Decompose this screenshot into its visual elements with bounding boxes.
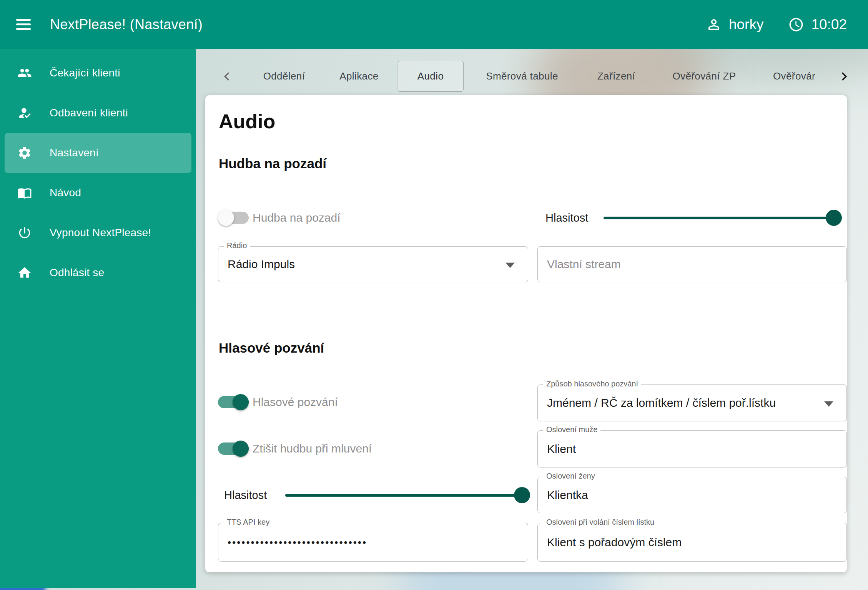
sidebar-item-label: Návod	[50, 187, 81, 199]
voice-method-label: Způsob hlasového pozvání	[543, 380, 641, 388]
hamburger-icon	[16, 19, 31, 30]
tab-overovar[interactable]: Ověřovár	[773, 61, 815, 92]
clock-icon	[788, 17, 804, 33]
sidebar-item-label: Odhlásit se	[50, 267, 104, 279]
page-title: Audio	[219, 110, 275, 133]
custom-stream-placeholder: Vlastní stream	[547, 258, 621, 271]
voice-method-select[interactable]: Způsob hlasového pozvání Jménem / RČ za …	[537, 384, 847, 421]
mute-music-toggle[interactable]	[218, 440, 249, 457]
male-salutation-input[interactable]: Oslovení muže Klient	[537, 430, 847, 467]
chevron-left-icon	[218, 68, 235, 85]
background-music-toggle-label: Hudba na pozadí	[253, 209, 341, 226]
sidebar-item-label: Čekající klienti	[50, 67, 120, 79]
tab-zarizeni[interactable]: Zařízení	[597, 61, 635, 92]
female-salutation-label: Oslovení ženy	[543, 472, 598, 481]
voice-method-value: Jménem / RČ za lomítkem / číslem poř.lís…	[547, 396, 776, 409]
tab-overovani-zp[interactable]: Ověřování ZP	[672, 61, 736, 92]
female-salutation-input[interactable]: Oslovení ženy Klientka	[537, 477, 847, 513]
voice-invite-toggle-label: Hlasové pozvání	[253, 394, 338, 411]
sidebar-item-navod[interactable]: Návod	[5, 173, 191, 213]
people-icon	[17, 66, 32, 80]
book-icon	[17, 186, 32, 200]
radio-select[interactable]: Rádio Rádio Impuls	[218, 246, 528, 282]
radio-select-label: Rádio	[224, 241, 250, 250]
toggle-thumb	[233, 394, 249, 410]
clock: 10:02	[788, 17, 847, 33]
gear-icon	[17, 146, 32, 160]
sidebar-item-odbaveni-klienti[interactable]: Odbavení klienti	[5, 93, 191, 133]
ticket-number-salutation-value: Klient s pořadovým číslem	[547, 536, 682, 549]
chevron-right-icon	[836, 68, 853, 85]
settings-card: Audio Hudba na pozadí Hudba na pozadí Hl…	[205, 95, 847, 572]
toggle-thumb	[218, 210, 234, 226]
voice-volume-slider[interactable]	[285, 487, 529, 504]
sidebar-item-cekajici-klienti[interactable]: Čekající klienti	[5, 53, 191, 93]
app-window: NextPlease! (Nastavení) horky 10:02 Čeka…	[0, 0, 868, 590]
tab-oddeleni[interactable]: Oddělení	[263, 61, 305, 92]
voice-section-title: Hlasové pozvání	[219, 340, 324, 356]
female-salutation-value: Klientka	[547, 489, 588, 502]
main-content: Oddělení Aplikace Audio Směrová tabule Z…	[196, 49, 868, 590]
power-icon	[17, 225, 32, 240]
tab-bar: Oddělení Aplikace Audio Směrová tabule Z…	[211, 61, 858, 92]
music-section-title: Hudba na pozadí	[219, 156, 326, 171]
ticket-number-salutation-input[interactable]: Oslovení při volání číslem lístku Klient…	[537, 523, 847, 562]
sidebar: Čekající klienti Odbavení klienti Nastav…	[0, 49, 196, 588]
app-header: NextPlease! (Nastavení) horky 10:02	[0, 0, 868, 49]
person-icon	[706, 17, 722, 33]
sidebar-item-vypnout[interactable]: Vypnout NextPlease!	[5, 213, 191, 253]
male-salutation-label: Oslovení muže	[543, 425, 600, 434]
radio-select-value: Rádio Impuls	[228, 258, 295, 271]
sidebar-item-label: Odbavení klienti	[50, 107, 128, 119]
dropdown-arrow-icon	[506, 263, 515, 268]
custom-stream-input[interactable]: Vlastní stream	[537, 246, 847, 282]
home-icon	[17, 265, 32, 280]
slider-thumb[interactable]	[514, 487, 530, 503]
voice-volume-label: Hlasitost	[224, 487, 267, 504]
voice-invite-toggle[interactable]	[218, 394, 249, 411]
person-check-icon	[17, 106, 32, 120]
tab-smerova-tabule[interactable]: Směrová tabule	[486, 61, 558, 92]
tts-api-key-value: ••••••••••••••••••••••••••••••	[228, 536, 367, 548]
tabs-scroll-left-button[interactable]	[216, 61, 238, 92]
sidebar-item-label: Nastavení	[50, 147, 99, 159]
slider-track	[285, 494, 529, 497]
music-volume-slider[interactable]	[604, 209, 840, 226]
tts-api-key-label: TTS API key	[224, 518, 273, 527]
sidebar-item-label: Vypnout NextPlease!	[50, 227, 151, 239]
mute-music-toggle-label: Ztišit hudbu při mluvení	[253, 440, 372, 457]
user-menu[interactable]: horky	[706, 17, 763, 33]
time: 10:02	[811, 17, 847, 33]
tts-api-key-input[interactable]: TTS API key ••••••••••••••••••••••••••••…	[218, 523, 528, 562]
ticket-number-salutation-label: Oslovení při volání číslem lístku	[543, 518, 657, 527]
menu-button[interactable]	[16, 16, 31, 33]
tab-audio[interactable]: Audio	[398, 61, 464, 92]
slider-track	[604, 217, 840, 219]
toggle-thumb	[233, 441, 249, 457]
slider-thumb[interactable]	[826, 210, 842, 226]
username: horky	[729, 17, 763, 33]
male-salutation-value: Klient	[547, 442, 576, 456]
app-title: NextPlease! (Nastavení)	[50, 17, 203, 33]
dropdown-arrow-icon	[824, 401, 833, 407]
sidebar-item-odhlasit[interactable]: Odhlásit se	[5, 253, 191, 293]
sidebar-item-nastaveni[interactable]: Nastavení	[5, 133, 191, 173]
tabs-scroll-right-button[interactable]	[833, 61, 855, 92]
music-volume-label: Hlasitost	[545, 209, 588, 226]
tab-aplikace[interactable]: Aplikace	[339, 61, 378, 92]
header-right: horky 10:02	[706, 17, 847, 33]
background-music-toggle[interactable]	[218, 209, 249, 226]
